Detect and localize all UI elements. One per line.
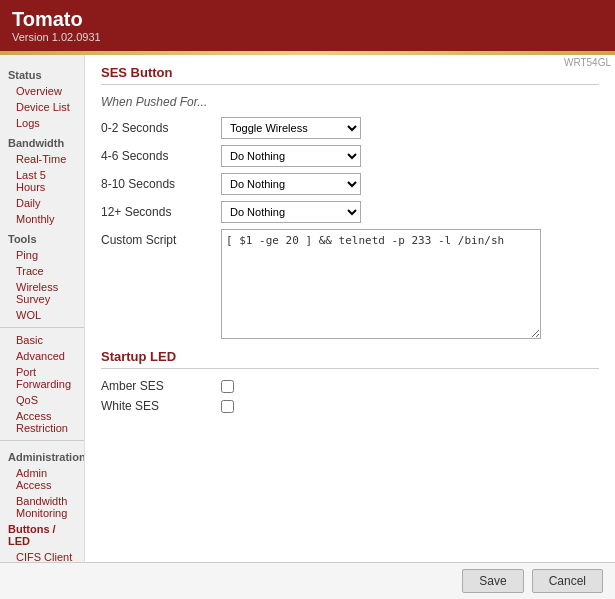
sidebar-item-wol[interactable]: WOL xyxy=(0,307,84,323)
sidebar-item-qos[interactable]: QoS xyxy=(0,392,84,408)
sidebar-section-tools: Tools xyxy=(0,227,84,247)
sidebar-section-admin: Administration xyxy=(0,445,84,465)
sidebar-item-realtime[interactable]: Real-Time xyxy=(0,151,84,167)
sidebar-item-basic[interactable]: Basic xyxy=(0,332,84,348)
sidebar-item-buttons-led[interactable]: Buttons / LED xyxy=(0,521,84,549)
footer: Save Cancel xyxy=(0,562,615,599)
select-0-2sec[interactable]: Toggle Wireless Do Nothing Toggle WLAN R… xyxy=(221,117,361,139)
sidebar-section-bandwidth: Bandwidth xyxy=(0,131,84,151)
sidebar-item-advanced[interactable]: Advanced xyxy=(0,348,84,364)
label-12plus-sec: 12+ Seconds xyxy=(101,205,221,219)
custom-script-textarea[interactable]: [ $1 -ge 20 ] && telnetd -p 233 -l /bin/… xyxy=(221,229,541,339)
sidebar-item-access-restriction[interactable]: Access Restriction xyxy=(0,408,84,436)
main-content: WRT54GL SES Button When Pushed For... 0-… xyxy=(85,55,615,562)
sidebar-item-last5hours[interactable]: Last 5 Hours xyxy=(0,167,84,195)
form-row-12plus-sec: 12+ Seconds Toggle Wireless Do Nothing T… xyxy=(101,201,599,223)
app-title: Tomato xyxy=(12,8,603,31)
sidebar-item-bandwidth-monitoring[interactable]: Bandwidth Monitoring xyxy=(0,493,84,521)
label-amber-ses: Amber SES xyxy=(101,379,221,393)
form-row-8-10sec: 8-10 Seconds Toggle Wireless Do Nothing … xyxy=(101,173,599,195)
sidebar-item-trace[interactable]: Trace xyxy=(0,263,84,279)
form-row-4-6sec: 4-6 Seconds Toggle Wireless Do Nothing T… xyxy=(101,145,599,167)
label-8-10sec: 8-10 Seconds xyxy=(101,177,221,191)
label-white-ses: White SES xyxy=(101,399,221,413)
sidebar-divider-1 xyxy=(0,327,84,328)
sidebar-item-ping[interactable]: Ping xyxy=(0,247,84,263)
sidebar-item-wireless-survey[interactable]: Wireless Survey xyxy=(0,279,84,307)
select-4-6sec[interactable]: Toggle Wireless Do Nothing Toggle WLAN R… xyxy=(221,145,361,167)
sidebar-divider-2 xyxy=(0,440,84,441)
save-button[interactable]: Save xyxy=(462,569,523,593)
custom-script-label: Custom Script xyxy=(101,229,221,339)
sidebar-item-daily[interactable]: Daily xyxy=(0,195,84,211)
checkbox-amber-ses[interactable] xyxy=(221,380,234,393)
header: Tomato Version 1.02.0931 xyxy=(0,0,615,51)
section-title: SES Button xyxy=(101,65,599,85)
body-layout: Status Overview Device List Logs Bandwid… xyxy=(0,55,615,562)
sidebar-item-device-list[interactable]: Device List xyxy=(0,99,84,115)
sidebar-item-monthly[interactable]: Monthly xyxy=(0,211,84,227)
select-12plus-sec[interactable]: Toggle Wireless Do Nothing Toggle WLAN R… xyxy=(221,201,361,223)
cancel-button[interactable]: Cancel xyxy=(532,569,603,593)
sidebar-item-port-forwarding[interactable]: Port Forwarding xyxy=(0,364,84,392)
checkbox-white-ses[interactable] xyxy=(221,400,234,413)
app-version: Version 1.02.0931 xyxy=(12,31,603,43)
subsection-title: When Pushed For... xyxy=(101,95,599,109)
form-row-0-2sec: 0-2 Seconds Toggle Wireless Do Nothing T… xyxy=(101,117,599,139)
device-label: WRT54GL xyxy=(564,57,611,68)
select-8-10sec[interactable]: Toggle Wireless Do Nothing Toggle WLAN R… xyxy=(221,173,361,195)
sidebar-item-overview[interactable]: Overview xyxy=(0,83,84,99)
sidebar-item-logs[interactable]: Logs xyxy=(0,115,84,131)
sidebar: Status Overview Device List Logs Bandwid… xyxy=(0,55,85,562)
custom-script-wrapper: Custom Script [ $1 -ge 20 ] && telnetd -… xyxy=(101,229,599,339)
checkbox-row-amber-ses: Amber SES xyxy=(101,379,599,393)
checkbox-row-white-ses: White SES xyxy=(101,399,599,413)
sidebar-section-status: Status xyxy=(0,63,84,83)
startup-led-title: Startup LED xyxy=(101,349,599,369)
label-0-2sec: 0-2 Seconds xyxy=(101,121,221,135)
label-4-6sec: 4-6 Seconds xyxy=(101,149,221,163)
sidebar-item-admin-access[interactable]: Admin Access xyxy=(0,465,84,493)
sidebar-item-cifs-client[interactable]: CIFS Client xyxy=(0,549,84,562)
